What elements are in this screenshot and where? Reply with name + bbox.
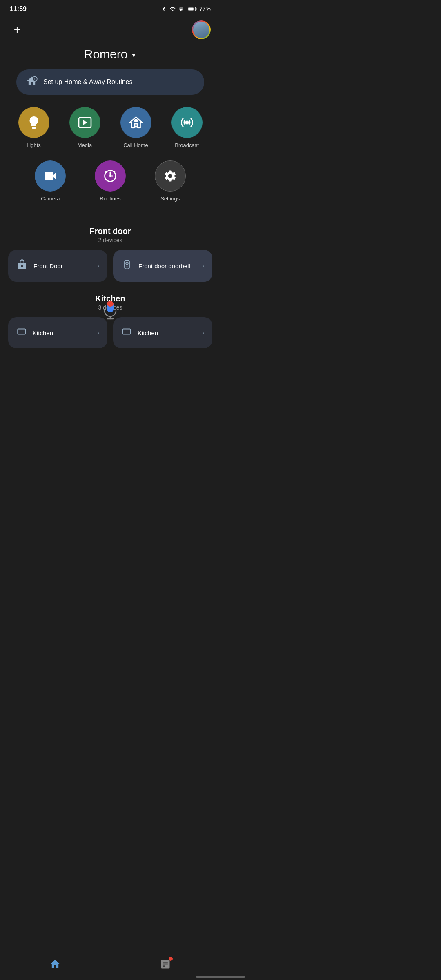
routines-label: Routines	[100, 196, 120, 202]
device-front-door-doorbell[interactable]: Front door doorbell ›	[113, 250, 212, 282]
lock-icon	[16, 259, 28, 273]
svg-marker-6	[83, 120, 87, 125]
front-door-room-header: Front door 2 devices	[0, 227, 220, 243]
settings-label: Settings	[160, 196, 180, 202]
svg-rect-19	[122, 329, 131, 334]
device-front-door-lock[interactable]: Front Door ›	[8, 250, 107, 282]
home-dropdown-arrow: ▼	[131, 52, 136, 58]
front-door-device-count: 2 devices	[0, 237, 220, 243]
call-home-label: Call Home	[123, 142, 148, 148]
kitchen-device-1-icon	[16, 326, 27, 339]
signal-icon	[179, 6, 185, 12]
home-name-row[interactable]: Romero ▼	[0, 47, 220, 61]
svg-point-13	[109, 175, 111, 177]
quick-action-settings[interactable]: Settings	[140, 160, 200, 202]
user-avatar[interactable]	[192, 20, 211, 39]
device-kitchen-2[interactable]: Kitchen ›	[113, 317, 212, 348]
kitchen-device-1-name: Kitchen	[33, 330, 91, 336]
banner-text: Set up Home & Away Routines	[43, 78, 133, 86]
device-kitchen-1[interactable]: Kitchen ›	[8, 317, 107, 348]
kitchen-device-2-name: Kitchen	[138, 330, 196, 336]
quick-action-media[interactable]: Media	[59, 107, 110, 148]
svg-rect-18	[18, 329, 26, 334]
status-time: 11:59	[10, 5, 27, 13]
svg-text:!: !	[34, 78, 35, 81]
media-circle	[69, 107, 100, 138]
quick-action-routines[interactable]: Routines	[80, 160, 140, 202]
home-away-banner[interactable]: ! Set up Home & Away Routines	[16, 69, 204, 95]
kitchen-2-chevron: ›	[202, 329, 204, 336]
kitchen-1-chevron: ›	[97, 329, 99, 336]
battery-percentage: 77%	[199, 6, 211, 12]
front-door-doorbell-chevron: ›	[202, 262, 204, 270]
call-home-circle	[120, 107, 151, 138]
banner-icon: !	[26, 75, 38, 89]
section-divider	[0, 218, 220, 218]
front-door-lock-chevron: ›	[97, 262, 99, 270]
top-bar: +	[0, 16, 220, 43]
status-icons: 77%	[161, 5, 211, 13]
quick-action-call-home[interactable]: Call Home	[110, 107, 161, 148]
broadcast-circle	[172, 107, 203, 138]
camera-label: Camera	[41, 196, 60, 202]
front-door-lock-name: Front Door	[33, 263, 91, 270]
routines-circle	[95, 160, 126, 192]
battery-icon	[188, 6, 197, 12]
svg-point-17	[127, 263, 127, 263]
svg-rect-2	[196, 8, 196, 10]
quick-actions-row1: Lights Media Call Home	[0, 107, 220, 152]
status-bar: 11:59 77%	[0, 0, 220, 16]
quick-action-lights[interactable]: Lights	[8, 107, 59, 148]
add-button[interactable]: +	[10, 22, 24, 37]
front-door-doorbell-name: Front door doorbell	[138, 263, 196, 270]
kitchen-device-row: Kitchen › Kitchen ›	[0, 317, 220, 348]
doorbell-icon	[121, 259, 133, 273]
wifi-icon	[169, 6, 176, 12]
lights-circle	[18, 107, 49, 138]
svg-rect-1	[188, 7, 194, 10]
front-door-devices: Front Door › Front door doorbell ›	[0, 250, 220, 282]
svg-line-11	[105, 171, 107, 172]
kitchen-devices-partial: Kitchen › Kitchen ›	[0, 317, 220, 348]
quick-action-camera[interactable]: Camera	[20, 160, 80, 202]
bluetooth-icon	[161, 5, 167, 13]
svg-point-15	[126, 266, 128, 268]
kitchen-device-2-icon	[121, 326, 132, 339]
camera-circle	[35, 160, 66, 192]
svg-rect-21	[107, 301, 114, 307]
media-label: Media	[78, 142, 92, 148]
broadcast-label: Broadcast	[175, 142, 199, 148]
home-name: Romero	[84, 47, 128, 61]
svg-line-12	[114, 171, 115, 172]
svg-point-7	[185, 121, 189, 125]
quick-action-broadcast[interactable]: Broadcast	[161, 107, 212, 148]
microphone-center[interactable]	[103, 301, 118, 320]
quick-actions-row2: Camera Routines Settings	[0, 152, 220, 210]
front-door-title: Front door	[0, 227, 220, 236]
lights-label: Lights	[27, 142, 41, 148]
settings-circle	[155, 160, 186, 192]
